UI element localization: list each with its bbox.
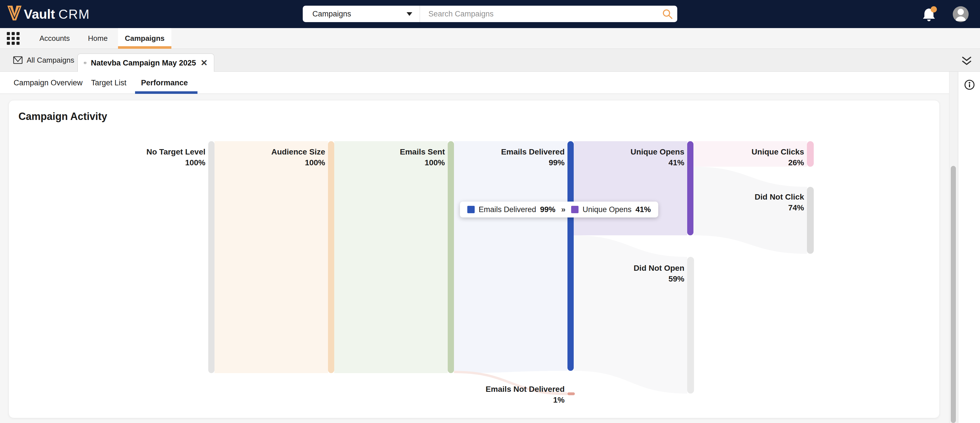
- info-icon[interactable]: [964, 79, 975, 90]
- label-did-not-open: Did Not Open 59%: [593, 263, 684, 284]
- tooltip-target-swatch: [571, 206, 579, 213]
- flow-audience-to-sent: [334, 141, 448, 373]
- label-did-not-click: Did Not Click 74%: [713, 192, 804, 213]
- tooltip-target-pct: 41%: [636, 205, 651, 214]
- global-search: Campaigns: [303, 6, 677, 22]
- subnav-active-indicator: [135, 91, 197, 94]
- node-emails-delivered[interactable]: [568, 141, 574, 371]
- flow-notarget-to-audience: [215, 141, 328, 373]
- chevron-down-icon: [407, 12, 412, 16]
- label-no-target-level: No Target Level 100%: [115, 147, 205, 168]
- node-no-target-level[interactable]: [208, 141, 215, 373]
- node-did-not-click[interactable]: [807, 187, 814, 254]
- nav-item-accounts[interactable]: Accounts: [40, 28, 70, 49]
- subnav-performance[interactable]: Performance: [141, 72, 188, 94]
- campaign-envelope-icon: [13, 55, 23, 65]
- right-utility-panel: [958, 72, 980, 423]
- search-input[interactable]: [420, 6, 657, 22]
- app-grid-icon[interactable]: [7, 32, 20, 45]
- label-unique-clicks: Unique Clicks 26%: [713, 147, 804, 168]
- node-audience-size[interactable]: [328, 141, 334, 373]
- notification-badge: [931, 6, 937, 13]
- nav-active-indicator: [118, 46, 171, 49]
- flow-sent-to-delivered: [454, 141, 568, 373]
- node-unique-opens[interactable]: [687, 141, 694, 235]
- tab-natevba-campaign[interactable]: Natevba Campaign May 2025 ✕: [78, 54, 214, 72]
- search-scope-label: Campaigns: [312, 10, 407, 18]
- search-scope-select[interactable]: Campaigns: [303, 6, 420, 22]
- flow-delivered-to-didnotopen: [574, 235, 687, 393]
- vault-logo-icon: [6, 5, 22, 21]
- subnav-target-list[interactable]: Target List: [91, 72, 127, 94]
- brand-vault: Vault: [24, 6, 55, 22]
- label-emails-sent: Emails Sent 100%: [354, 147, 445, 168]
- tab-all-campaigns[interactable]: All Campaigns: [13, 49, 74, 71]
- nav-item-home[interactable]: Home: [88, 28, 108, 49]
- subnav-campaign-overview[interactable]: Campaign Overview: [14, 72, 83, 94]
- label-emails-not-delivered: Emails Not Delivered 1%: [474, 384, 565, 406]
- brand-title: Vault CRM: [24, 0, 90, 28]
- top-bar: Vault CRM Campaigns: [0, 0, 980, 28]
- nav-item-campaigns[interactable]: Campaigns: [118, 28, 171, 49]
- tooltip-source-swatch: [467, 206, 475, 213]
- search-icon[interactable]: [657, 6, 677, 22]
- node-emails-sent[interactable]: [448, 141, 454, 373]
- tooltip-target-label: Unique Opens: [582, 205, 632, 214]
- campaign-activity-card: Campaign Activity No Target Level 100% A…: [8, 100, 940, 418]
- node-emails-not-delivered[interactable]: [568, 392, 575, 395]
- collapse-double-chevron-icon[interactable]: [961, 56, 972, 67]
- close-tab-icon[interactable]: ✕: [200, 59, 208, 67]
- label-audience-size: Audience Size 100%: [234, 147, 325, 168]
- label-unique-opens: Unique Opens 41%: [593, 147, 684, 168]
- tooltip-arrow: »: [561, 205, 566, 214]
- user-avatar[interactable]: [953, 6, 969, 22]
- active-tab-label: Natevba Campaign May 2025: [91, 59, 196, 68]
- vertical-scrollbar-thumb[interactable]: [951, 166, 956, 423]
- tooltip-source-pct: 99%: [540, 205, 555, 214]
- tooltip-source-label: Emails Delivered: [479, 205, 536, 214]
- node-did-not-open[interactable]: [687, 257, 694, 393]
- brand-crm: CRM: [59, 6, 90, 22]
- label-emails-delivered: Emails Delivered 99%: [474, 147, 565, 168]
- node-unique-clicks[interactable]: [807, 141, 814, 167]
- campaign-envelope-icon: [84, 58, 86, 68]
- notifications-bell-icon[interactable]: [922, 6, 939, 23]
- sankey-tooltip: Emails Delivered 99% » Unique Opens 41%: [460, 201, 658, 217]
